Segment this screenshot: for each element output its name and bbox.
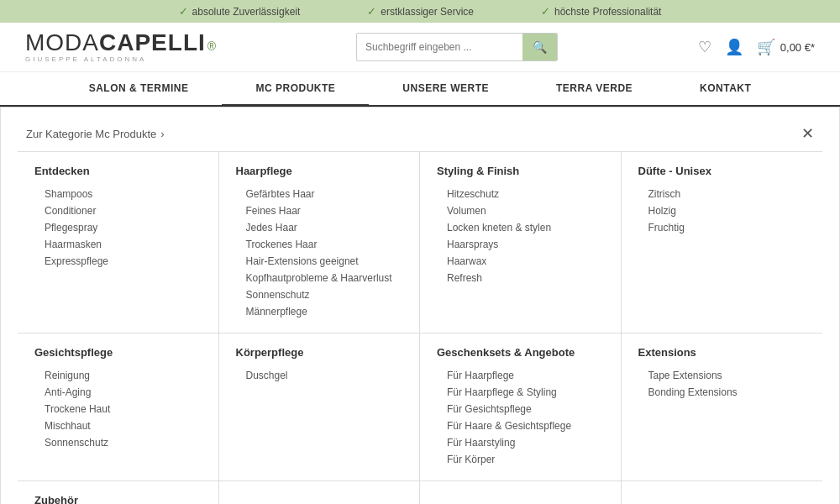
logo-capelli: CAPELLI bbox=[99, 31, 206, 55]
col-haarpflege-title: Haarpflege bbox=[236, 165, 403, 177]
col-gesichtspflege: Gesichtspflege Reinigung Anti-Aging Troc… bbox=[18, 333, 219, 480]
item-hitzeschutz[interactable]: Hitzeschutz bbox=[437, 186, 604, 202]
item-tape-extensions[interactable]: Tape Extensions bbox=[638, 367, 806, 384]
item-sonnenschutz-gesicht[interactable]: Sonnenschutz bbox=[34, 434, 202, 451]
header-icons: ♡ 👤 🛒 0,00 €* bbox=[698, 38, 815, 56]
item-conditioner[interactable]: Conditioner bbox=[34, 202, 202, 219]
col-haarpflege: Haarpflege Gefärbtes Haar Feines Haar Je… bbox=[219, 152, 421, 333]
item-duschgel[interactable]: Duschgel bbox=[236, 367, 403, 384]
item-fruchtig[interactable]: Fruchtig bbox=[638, 219, 806, 236]
item-fuer-haarpflege[interactable]: Für Haarpflege bbox=[437, 367, 604, 384]
close-button[interactable]: ✕ bbox=[801, 124, 814, 143]
item-trockenes-haar[interactable]: Trockenes Haar bbox=[236, 236, 403, 253]
col-koerperpflege-title: Körperpflege bbox=[236, 346, 403, 359]
mega-menu-row3: Zubehör GHD Stylinggeräte Aufbewahrung B… bbox=[18, 480, 822, 504]
item-sonnenschutz-haarpflege[interactable]: Sonnenschutz bbox=[236, 286, 403, 303]
search-button[interactable]: 🔍 bbox=[522, 34, 557, 60]
col-styling: Styling & Finish Hitzeschutz Volumen Loc… bbox=[420, 152, 622, 333]
col-extensions-title: Extensions bbox=[638, 346, 806, 359]
breadcrumb-arrow: › bbox=[160, 128, 164, 140]
header: MODA CAPELLI ® GIUSEPPE ALTADONNA 🔍 ♡ 👤 … bbox=[0, 23, 840, 72]
mega-menu-header: Zur Kategorie Mc Produkte › ✕ bbox=[18, 116, 822, 151]
item-feines-haar[interactable]: Feines Haar bbox=[236, 202, 403, 219]
banner-item-2: ✓ erstklassiger Service bbox=[367, 5, 474, 18]
item-mischhaut[interactable]: Mischhaut bbox=[34, 417, 202, 434]
item-fuer-haarpflege-styling[interactable]: Für Haarpflege & Styling bbox=[437, 384, 604, 401]
item-haarsprays[interactable]: Haarsprays bbox=[437, 236, 604, 253]
col-empty-3 bbox=[622, 481, 823, 504]
nav-mc-produkte[interactable]: MC PRODUKTE bbox=[222, 72, 369, 107]
col-extensions: Extensions Tape Extensions Bonding Exten… bbox=[622, 333, 823, 480]
col-entdecken-title: Entdecken bbox=[34, 165, 202, 177]
cart-area[interactable]: 🛒 0,00 €* bbox=[757, 38, 815, 56]
breadcrumb-link[interactable]: Zur Kategorie Mc Produkte › bbox=[26, 128, 165, 140]
item-fuer-haare-gesicht[interactable]: Für Haare & Gesichtspflege bbox=[437, 417, 604, 434]
nav-unsere-werte[interactable]: UNSERE WERTE bbox=[369, 72, 522, 107]
item-jedes-haar[interactable]: Jedes Haar bbox=[236, 219, 403, 236]
col-styling-title: Styling & Finish bbox=[437, 165, 604, 177]
item-haarwax[interactable]: Haarwax bbox=[437, 253, 604, 270]
nav-kontakt[interactable]: KONTAKT bbox=[666, 72, 785, 107]
col-duefte-title: Düfte - Unisex bbox=[638, 165, 806, 177]
item-fuer-koerper[interactable]: Für Körper bbox=[437, 451, 604, 468]
banner-item-3: ✓ höchste Professionalität bbox=[541, 5, 661, 18]
item-maennerpflege[interactable]: Männerpflege bbox=[236, 303, 403, 320]
item-haarmasken[interactable]: Haarmasken bbox=[34, 236, 202, 253]
col-koerperpflege: Körperpflege Duschgel bbox=[219, 333, 421, 480]
logo-registered: ® bbox=[207, 40, 216, 52]
item-gefaerbtes-haar[interactable]: Gefärbtes Haar bbox=[236, 186, 403, 202]
logo-sub: GIUSEPPE ALTADONNA bbox=[25, 56, 216, 63]
item-refresh[interactable]: Refresh bbox=[437, 270, 604, 286]
check-icon-2: ✓ bbox=[367, 5, 376, 18]
cart-icon[interactable]: 🛒 bbox=[757, 38, 775, 56]
main-nav: SALON & TERMINE MC PRODUKTE UNSERE WERTE… bbox=[0, 72, 840, 107]
col-zubehoer-title: Zubehör bbox=[34, 494, 202, 504]
item-bonding-extensions[interactable]: Bonding Extensions bbox=[638, 384, 806, 401]
logo[interactable]: MODA CAPELLI ® GIUSEPPE ALTADONNA bbox=[25, 31, 216, 63]
item-trockene-haut[interactable]: Trockene Haut bbox=[34, 401, 202, 417]
nav-salon[interactable]: SALON & TERMINE bbox=[55, 72, 223, 107]
item-locken[interactable]: Locken kneten & stylen bbox=[437, 219, 604, 236]
logo-moda: MODA bbox=[25, 31, 99, 55]
item-reinigung[interactable]: Reinigung bbox=[34, 367, 202, 384]
mega-menu-row2: Gesichtspflege Reinigung Anti-Aging Troc… bbox=[18, 333, 822, 480]
col-entdecken: Entdecken Shampoos Conditioner Pflegespr… bbox=[18, 152, 219, 333]
item-anti-aging[interactable]: Anti-Aging bbox=[34, 384, 202, 401]
item-fuer-gesichtspflege[interactable]: Für Gesichtspflege bbox=[437, 401, 604, 417]
col-gesichtspflege-title: Gesichtspflege bbox=[34, 346, 202, 359]
col-empty-1 bbox=[219, 481, 421, 504]
item-volumen[interactable]: Volumen bbox=[437, 202, 604, 219]
item-shampoos[interactable]: Shampoos bbox=[34, 186, 202, 202]
col-geschenksets: Geschenksets & Angebote Für Haarpflege F… bbox=[420, 333, 622, 480]
item-expresspflege[interactable]: Expresspflege bbox=[34, 253, 202, 270]
item-fuer-haarstyling[interactable]: Für Haarstyling bbox=[437, 434, 604, 451]
col-empty-2 bbox=[420, 481, 622, 504]
col-geschenksets-title: Geschenksets & Angebote bbox=[437, 346, 604, 359]
cart-price: 0,00 €* bbox=[780, 41, 815, 54]
item-holzig[interactable]: Holzig bbox=[638, 202, 806, 219]
item-zitrisch[interactable]: Zitrisch bbox=[638, 186, 806, 202]
top-banner: ✓ absolute Zuverlässigkeit ✓ erstklassig… bbox=[0, 0, 840, 23]
nav-terra-verde[interactable]: TERRA VERDE bbox=[522, 72, 666, 107]
item-hair-extensions[interactable]: Hair-Extensions geeignet bbox=[236, 253, 403, 270]
search-bar[interactable]: 🔍 bbox=[356, 33, 558, 61]
banner-text-2: erstklassiger Service bbox=[381, 6, 474, 18]
account-icon[interactable]: 👤 bbox=[725, 38, 743, 56]
mega-menu: Zur Kategorie Mc Produkte › ✕ Entdecken … bbox=[0, 107, 840, 504]
col-zubehoer: Zubehör GHD Stylinggeräte Aufbewahrung B… bbox=[18, 481, 219, 504]
item-kopfhautprobleme[interactable]: Kopfhautprobleme & Haarverlust bbox=[236, 270, 403, 286]
mega-menu-row1: Entdecken Shampoos Conditioner Pflegespr… bbox=[18, 151, 822, 333]
banner-text-1: absolute Zuverlässigkeit bbox=[192, 6, 301, 18]
col-duefte: Düfte - Unisex Zitrisch Holzig Fruchtig bbox=[622, 152, 823, 333]
breadcrumb-text: Zur Kategorie Mc Produkte bbox=[26, 128, 156, 140]
banner-item-1: ✓ absolute Zuverlässigkeit bbox=[179, 5, 301, 18]
check-icon-3: ✓ bbox=[541, 5, 550, 18]
wishlist-icon[interactable]: ♡ bbox=[698, 38, 711, 56]
item-pflegespray[interactable]: Pflegespray bbox=[34, 219, 202, 236]
banner-text-3: höchste Professionalität bbox=[554, 6, 661, 18]
search-input[interactable] bbox=[357, 34, 522, 60]
check-icon-1: ✓ bbox=[179, 5, 188, 18]
